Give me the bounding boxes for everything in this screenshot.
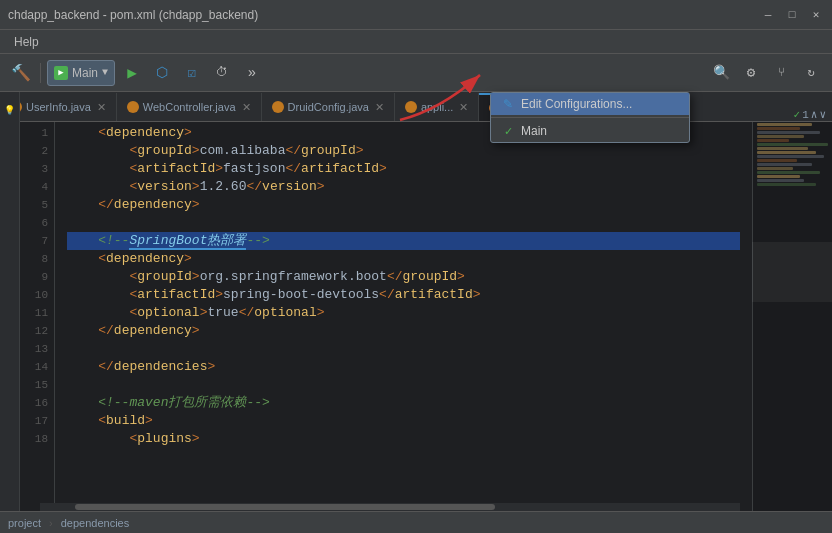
code-editor[interactable]: <dependency> <groupId>com.alibaba</group… xyxy=(55,122,752,511)
tab-druidconfig[interactable]: DruidConfig.java ✕ xyxy=(262,93,395,121)
breadcrumb-dependencies: dependencies xyxy=(61,517,130,529)
status-bar: project › dependencies xyxy=(0,511,832,533)
breadcrumb-project: project xyxy=(8,517,41,529)
run-config-label: Main xyxy=(72,66,98,80)
hammer-button[interactable]: 🔨 xyxy=(8,60,34,86)
title-text: chdapp_backend - pom.xml (chdapp_backend… xyxy=(8,8,258,22)
code-line-17: <build> xyxy=(67,412,740,430)
code-line-16: <!--maven打包所需依赖--> xyxy=(67,394,740,412)
code-line-14: </dependencies> xyxy=(67,358,740,376)
horizontal-scrollbar[interactable] xyxy=(40,503,740,511)
dropdown-separator xyxy=(491,117,689,118)
code-line-18: <plugins> xyxy=(67,430,740,448)
mm-bar-16 xyxy=(757,183,816,186)
main-area: 1 2 3 4 5 6 7 8 9 10 11 12 13 14 15 16 1… xyxy=(0,122,832,511)
mm-bar-5 xyxy=(757,139,789,142)
main-config-label: Main xyxy=(521,124,547,138)
tab-close-webcontroller[interactable]: ✕ xyxy=(242,101,251,114)
debug-button[interactable]: ⬡ xyxy=(149,60,175,86)
menu-bar: Help xyxy=(0,30,832,54)
mm-bar-3 xyxy=(757,131,820,134)
more-button[interactable]: » xyxy=(239,60,265,86)
tab-icon-druidconfig xyxy=(272,101,284,113)
tab-webcontroller[interactable]: WebController.java ✕ xyxy=(117,93,262,121)
mm-bar-8 xyxy=(757,151,816,154)
code-line-5: </dependency> xyxy=(67,196,740,214)
settings-button[interactable]: ⚙ xyxy=(738,60,764,86)
minimap-viewport xyxy=(752,242,832,302)
maximize-button[interactable]: □ xyxy=(784,7,800,23)
tab-bar: UserInfo.java ✕ WebController.java ✕ Dru… xyxy=(0,92,832,122)
vcs-button[interactable]: ⑂ xyxy=(768,60,794,86)
code-line-12: </dependency> xyxy=(67,322,740,340)
mm-bar-9 xyxy=(757,155,824,158)
code-minimap xyxy=(752,122,832,511)
run-button[interactable]: ▶ xyxy=(119,60,145,86)
coverage-button[interactable]: ☑ xyxy=(179,60,205,86)
tab-icon-webcontroller xyxy=(127,101,139,113)
code-line-4: <version>1.2.60</version> xyxy=(67,178,740,196)
menu-help[interactable]: Help xyxy=(6,33,47,51)
tab-icon-appli xyxy=(405,101,417,113)
edit-configurations-icon: ✎ xyxy=(501,97,515,111)
tab-close-druidconfig[interactable]: ✕ xyxy=(375,101,384,114)
search-everywhere-button[interactable]: 🔍 xyxy=(708,60,734,86)
minimize-button[interactable]: — xyxy=(760,7,776,23)
hscroll-thumb[interactable] xyxy=(75,504,495,510)
mm-bar-1 xyxy=(757,123,812,126)
code-line-10: <artifactId>spring-boot-devtools</artifa… xyxy=(67,286,740,304)
update-button[interactable]: ↻ xyxy=(798,60,824,86)
mm-bar-10 xyxy=(757,159,797,162)
mm-bar-7 xyxy=(757,147,808,150)
run-config-dropdown-menu: ✎ Edit Configurations... ✓ Main xyxy=(490,92,690,143)
tab-count-badge: ✓ 1 ∧ ∨ xyxy=(788,108,832,121)
toolbar-separator-1 xyxy=(40,63,41,83)
mm-bar-12 xyxy=(757,167,793,170)
tab-close-appli[interactable]: ✕ xyxy=(459,101,468,114)
close-button[interactable]: ✕ xyxy=(808,7,824,23)
code-line-13 xyxy=(67,340,740,358)
edit-configurations-label: Edit Configurations... xyxy=(521,97,632,111)
profile-button[interactable]: ⏱ xyxy=(209,60,235,86)
run-config-icon: ▶ xyxy=(54,66,68,80)
tab-label-appli: appli... xyxy=(421,101,453,113)
code-line-7: <!--SpringBoot热部署--> xyxy=(67,232,740,250)
code-line-3: <artifactId>fastjson</artifactId> xyxy=(67,160,740,178)
main-config-item[interactable]: ✓ Main xyxy=(491,120,689,142)
run-config-dropdown[interactable]: ▶ Main ▼ xyxy=(47,60,115,86)
run-config-arrow-icon: ▼ xyxy=(102,67,108,78)
code-line-2: <groupId>com.alibaba</groupId> xyxy=(67,142,740,160)
code-line-11: <optional>true</optional> xyxy=(67,304,740,322)
tab-appli[interactable]: appli... ✕ xyxy=(395,93,479,121)
edit-configurations-item[interactable]: ✎ Edit Configurations... xyxy=(491,93,689,115)
mm-bar-14 xyxy=(757,175,800,178)
tab-close-userinfo[interactable]: ✕ xyxy=(97,101,106,114)
code-line-8: <dependency> xyxy=(67,250,740,268)
tab-label-druidconfig: DruidConfig.java xyxy=(288,101,369,113)
mm-bar-13 xyxy=(757,171,820,174)
mm-bar-15 xyxy=(757,179,804,182)
toolbar: 🔨 ▶ Main ▼ ▶ ⬡ ☑ ⏱ » 🔍 ⚙ ⑂ ↻ xyxy=(0,54,832,92)
left-icon-bar: 💡 xyxy=(0,92,20,511)
title-bar: chdapp_backend - pom.xml (chdapp_backend… xyxy=(0,0,832,30)
mm-bar-11 xyxy=(757,163,812,166)
tab-label-userinfo: UserInfo.java xyxy=(26,101,91,113)
mm-bar-2 xyxy=(757,127,800,130)
tab-label-webcontroller: WebController.java xyxy=(143,101,236,113)
main-config-check-icon: ✓ xyxy=(501,124,515,138)
code-line-9: <groupId>org.springframework.boot</group… xyxy=(67,268,740,286)
code-line-6 xyxy=(67,214,740,232)
mm-bar-6 xyxy=(757,143,828,146)
mm-bar-4 xyxy=(757,135,804,138)
window-controls: — □ ✕ xyxy=(760,7,824,23)
code-line-15 xyxy=(67,376,740,394)
breadcrumb-separator: › xyxy=(49,517,53,529)
left-icon-1: 💡 xyxy=(2,102,18,118)
